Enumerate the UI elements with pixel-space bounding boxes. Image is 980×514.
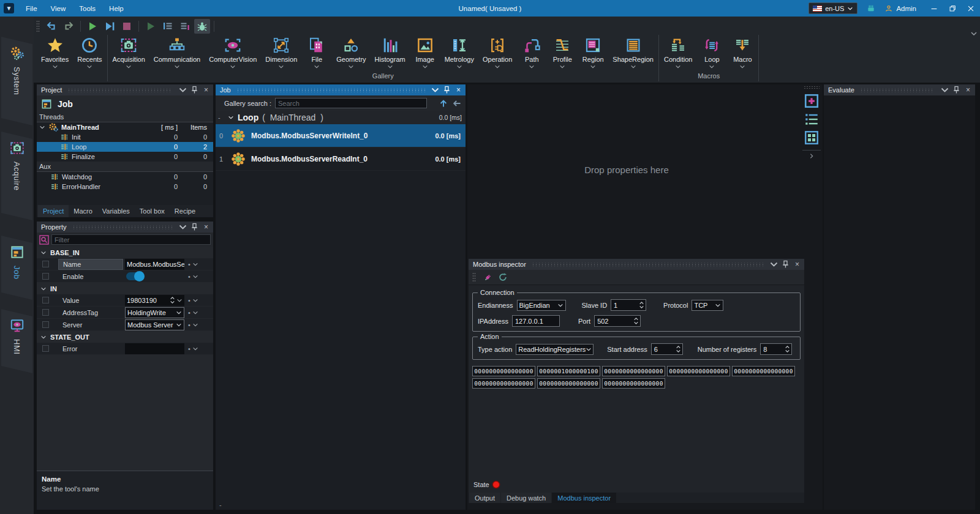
chevron-down-icon[interactable]: [675, 64, 681, 70]
run-button[interactable]: [85, 19, 100, 34]
value-input[interactable]: Modbus.ModbusServer: [125, 259, 184, 270]
menu-file[interactable]: File: [19, 0, 44, 17]
aux-row-errorhandler[interactable]: ErrorHandler00: [37, 182, 213, 192]
connect-button[interactable]: [483, 272, 493, 282]
undo-button[interactable]: [43, 19, 59, 34]
chevron-down-icon[interactable]: [529, 64, 535, 70]
property-group-state_out[interactable]: STATE_OUT: [37, 331, 213, 343]
gallery-item-computervision[interactable]: ComputerVision: [205, 35, 261, 72]
chevron-down-icon[interactable]: [769, 260, 778, 269]
property-link-controls[interactable]: •: [188, 309, 198, 316]
enable-toggle[interactable]: [126, 272, 145, 280]
pin-icon[interactable]: [190, 223, 199, 231]
tab-tool-box[interactable]: Tool box: [135, 205, 170, 217]
user-menu[interactable]: Admin: [884, 4, 916, 13]
stop-button[interactable]: [119, 19, 135, 34]
menu-help[interactable]: Help: [102, 0, 130, 17]
property-filter-input[interactable]: [51, 234, 211, 245]
property-link-controls[interactable]: •: [188, 321, 198, 329]
property-row-checkbox[interactable]: [42, 309, 49, 316]
spinner-icon[interactable]: [676, 345, 681, 354]
thread-row-loop[interactable]: Loop02: [37, 142, 213, 152]
sidebar-tab-acquire[interactable]: Acquire: [1, 132, 32, 220]
gallery-item-recents[interactable]: Recents: [73, 35, 106, 72]
move-up-arrow-icon[interactable]: [439, 99, 448, 108]
type-action-select[interactable]: ReadHoldingRegisters: [516, 344, 594, 355]
chevron-down-icon[interactable]: [739, 64, 745, 70]
gallery-item-condition[interactable]: Condition: [660, 35, 696, 72]
run-muted-button[interactable]: [143, 19, 159, 34]
value-dropdown[interactable]: HoldingWrite: [125, 307, 184, 318]
chevron-down-icon[interactable]: [387, 64, 393, 70]
gallery-item-loop[interactable]: Loop: [696, 35, 727, 72]
gallery-item-acquisition[interactable]: Acquisition: [108, 35, 149, 72]
thread-header-row[interactable]: MainThread[ ms ]Items: [37, 122, 213, 132]
job-item-row[interactable]: 0Modbus.ModbusServerWriteInt_00.0 [ms]: [216, 124, 466, 147]
chevron-down-icon[interactable]: [431, 86, 440, 94]
value-input[interactable]: [125, 343, 184, 354]
close-button[interactable]: [962, 0, 980, 17]
gallery-item-operation[interactable]: Operation: [478, 35, 516, 72]
thread-row-finalize[interactable]: Finalize00: [37, 152, 213, 162]
chevron-down-icon[interactable]: [422, 64, 428, 70]
spinner-icon[interactable]: [785, 345, 790, 354]
value-dropdown[interactable]: Modbus Server: [125, 319, 184, 330]
gallery-item-metrology[interactable]: Metrology: [440, 35, 478, 72]
chevron-down-icon[interactable]: [228, 114, 234, 121]
ribbon-collapse-chevron-icon[interactable]: [970, 30, 978, 37]
gallery-item-file[interactable]: File: [301, 35, 332, 72]
list-indent-button[interactable]: [177, 19, 193, 34]
gallery-item-profile[interactable]: Profile: [547, 35, 578, 72]
hscroll-minus[interactable]: -: [219, 501, 222, 508]
property-row-value[interactable]: [125, 343, 184, 354]
chevron-down-icon[interactable]: [230, 64, 236, 70]
job-group-header[interactable]: -Loop( MainThread )0.0 [ms]: [216, 111, 466, 124]
tab-project[interactable]: Project: [38, 205, 69, 217]
chevron-down-icon[interactable]: [630, 64, 636, 70]
property-row-value[interactable]: Modbus Server: [125, 319, 184, 330]
register-count-spinner[interactable]: 8: [760, 343, 792, 355]
chevron-down-icon[interactable]: [174, 64, 180, 70]
chevron-down-icon[interactable]: [52, 64, 58, 70]
property-row-checkbox[interactable]: [42, 321, 49, 328]
menu-tools[interactable]: Tools: [72, 0, 102, 17]
gridview-view-button[interactable]: [803, 129, 820, 146]
gallery-item-communication[interactable]: Communication: [149, 35, 205, 72]
collapse-minus[interactable]: -: [218, 114, 224, 121]
pin-icon[interactable]: [952, 86, 961, 94]
chevron-down-icon[interactable]: [456, 64, 462, 70]
gallery-item-image[interactable]: Image: [410, 35, 440, 72]
chevron-down-icon[interactable]: [590, 64, 596, 70]
spinner-icon[interactable]: [170, 296, 175, 305]
gallery-search-input[interactable]: [275, 98, 427, 108]
chevron-down-icon[interactable]: [176, 297, 183, 304]
sidebar-tab-system[interactable]: System: [1, 37, 32, 125]
property-group-base_in[interactable]: BASE_IN: [37, 247, 213, 258]
start-address-spinner[interactable]: 6: [651, 343, 683, 355]
listview-view-button[interactable]: [803, 111, 820, 128]
gallery-item-macro[interactable]: Macro: [727, 35, 758, 72]
tab-recipe[interactable]: Recipe: [170, 205, 200, 217]
property-link-controls[interactable]: •: [188, 345, 198, 352]
tab-output[interactable]: Output: [469, 493, 500, 503]
chevron-down-icon[interactable]: [178, 86, 187, 94]
value-input[interactable]: 19803190: [125, 295, 184, 306]
chevron-down-icon[interactable]: [348, 64, 354, 70]
property-row-checkbox[interactable]: [42, 273, 49, 280]
property-row-value[interactable]: [125, 271, 184, 282]
chevron-down-icon[interactable]: [39, 124, 45, 130]
chevron-down-icon[interactable]: [126, 64, 132, 70]
port-spinner[interactable]: 502: [594, 315, 641, 327]
refresh-button[interactable]: [498, 272, 508, 282]
property-row-checkbox[interactable]: [42, 297, 49, 304]
spinner-icon[interactable]: [633, 316, 639, 326]
menu-view[interactable]: View: [44, 0, 73, 17]
spinner-icon[interactable]: [639, 300, 644, 310]
job-item-row[interactable]: 1Modbus.ModbusServerReadInt_00.0 [ms]: [216, 147, 466, 171]
property-link-controls[interactable]: •: [188, 273, 198, 280]
language-selector[interactable]: en-US: [809, 2, 858, 14]
tab-macro[interactable]: Macro: [69, 205, 97, 217]
gallery-item-histogram[interactable]: Histogram: [371, 35, 410, 72]
chevron-down-icon[interactable]: [494, 64, 500, 70]
sidebar-tab-job[interactable]: Job: [1, 236, 32, 300]
